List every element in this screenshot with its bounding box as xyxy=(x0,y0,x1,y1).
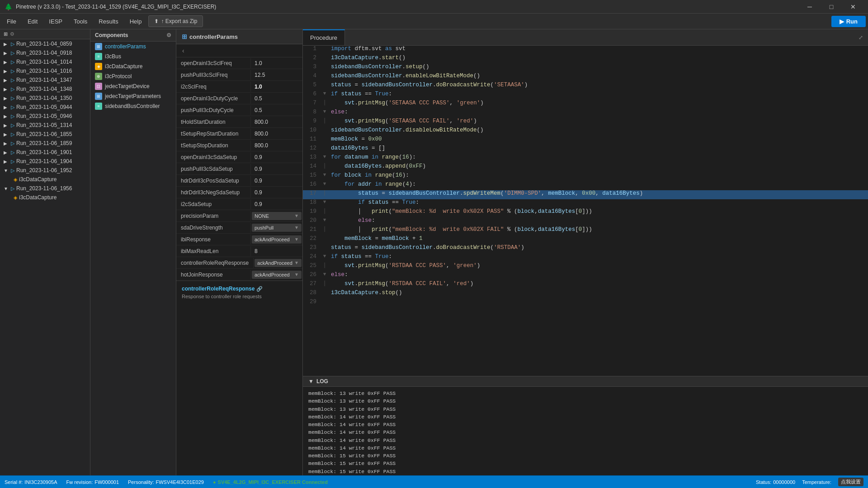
comp-label-i3cprotocol: i3cProtocol xyxy=(105,73,132,80)
line-fold-6[interactable]: ▼ xyxy=(320,91,329,100)
param-dropdown-precisionparam[interactable]: NONE ▼ xyxy=(252,212,302,220)
sidebar-item-run5[interactable]: ▶ ▷ Run_2023-11-04_1347 xyxy=(0,75,90,84)
param-value-pushpullsdasetup[interactable]: 0.9 xyxy=(251,164,302,174)
sidebar-item-run3[interactable]: ▶ ▷ Run_2023-11-04_1014 xyxy=(0,57,90,66)
sidebar-item-run1[interactable]: ▶ ▷ Run_2023-11-04_0859 xyxy=(0,39,90,48)
param-value-i2csdasetup[interactable]: 0.9 xyxy=(251,199,302,209)
param-value-tsetupstop[interactable]: 800.0 xyxy=(251,141,302,150)
line-fold-26[interactable]: ▼ xyxy=(320,272,329,281)
param-value-pushpullscl[interactable]: 12.5 xyxy=(251,70,302,80)
minimize-button[interactable]: ─ xyxy=(799,0,820,14)
menu-iesp[interactable]: IESP xyxy=(44,16,67,27)
param-value-hdrddrpossdasetup[interactable]: 0.9 xyxy=(251,176,302,186)
line-fold-18[interactable]: ▼ xyxy=(320,199,329,208)
param-value-i2cscl[interactable]: 1.0 xyxy=(251,82,302,92)
line-number-18: 18 xyxy=(303,199,320,208)
param-value-tsetuprepstart[interactable]: 800.0 xyxy=(251,129,302,139)
sidebar-item-run11[interactable]: ▶ ▷ Run_2023-11-06_1855 xyxy=(0,130,90,139)
menu-edit[interactable]: Edit xyxy=(23,16,42,27)
log-header[interactable]: ▼ LOG xyxy=(303,376,868,387)
sidebar-item-run16[interactable]: ▼ ▷ Run_2023-11-06_1956 xyxy=(0,184,90,193)
sidebar-item-run4[interactable]: ▶ ▷ Run_2023-11-04_1016 xyxy=(0,66,90,75)
code-line-8: 8▼else: xyxy=(303,109,868,118)
sidebar-item-run8[interactable]: ▶ ▷ Run_2023-11-05_0944 xyxy=(0,103,90,112)
right-hint[interactable]: 点我设置 xyxy=(838,478,863,486)
param-value-pushpulldutycycle[interactable]: 0.5 xyxy=(251,105,302,115)
line-fold-9[interactable]: │ xyxy=(320,118,329,127)
line-number-27: 27 xyxy=(303,281,320,290)
param-label-i2cscl: i2cSclFreq xyxy=(176,82,251,92)
menu-file[interactable]: File xyxy=(2,16,21,27)
line-fold-19[interactable]: │ xyxy=(320,208,329,217)
comp-item-jedectargetdevice[interactable]: ⊡ jedecTargetDevice xyxy=(90,81,176,91)
line-number-10: 10 xyxy=(303,127,320,136)
comp-item-sidebandbuscontroller[interactable]: ≡ sidebandBusController xyxy=(90,101,176,111)
comp-item-jedectargetparams[interactable]: ⊞ jedecTargetParameters xyxy=(90,91,176,101)
log-title: LOG xyxy=(316,378,328,385)
param-value-opendrainisdasetup[interactable]: 0.9 xyxy=(251,152,302,162)
sidebar-item-capture1[interactable]: ◈ i3cDataCapture xyxy=(0,175,90,184)
param-row-tsetuprepstart: tSetupRepStartDuration 800.0 xyxy=(176,128,302,140)
sidebar-item-run12[interactable]: ▶ ▷ Run_2023-11-06_1859 xyxy=(0,139,90,148)
sidebar-item-run15[interactable]: ▼ ▷ Run_2023-11-06_1952 xyxy=(0,166,90,175)
param-value-hdrddrsdasetup[interactable]: 0.9 xyxy=(251,188,302,197)
sidebar-item-run9[interactable]: ▶ ▷ Run_2023-11-05_0946 xyxy=(0,112,90,121)
components-gear-icon[interactable]: ⚙ xyxy=(166,32,171,38)
line-content-22: memBlock = memBlock + 1 xyxy=(329,235,868,244)
line-fold-16[interactable]: ▼ xyxy=(320,181,329,190)
log-line: memBlock: 14 write 0xFF PASS xyxy=(308,413,863,421)
comp-icon-bus: ≡ xyxy=(95,53,102,60)
run-icon-10: ▷ xyxy=(11,122,14,128)
tab-procedure[interactable]: Procedure xyxy=(303,29,345,45)
param-value-ibimaxreadlen[interactable]: 8 xyxy=(251,246,302,256)
line-fold-13[interactable]: ▼ xyxy=(320,154,329,163)
run-button[interactable]: ▶ Run xyxy=(831,16,866,27)
expand-button[interactable]: ⤢ xyxy=(857,33,864,42)
line-fold-17[interactable]: │ xyxy=(320,190,329,199)
param-dropdown-hotjoinresponse[interactable]: ackAndProceed ▼ xyxy=(252,271,302,279)
line-number-29: 29 xyxy=(303,299,320,308)
param-label-opendrainisdasetup: openDrainI3cSdaSetup xyxy=(176,152,251,162)
line-fold-7[interactable]: │ xyxy=(320,100,329,109)
temperature-label: Temperature: xyxy=(802,479,831,485)
param-dropdown-ibiresponse[interactable]: ackAndProceed ▼ xyxy=(252,235,302,244)
status-temperature: Temperature: xyxy=(802,479,831,485)
sidebar-item-run6[interactable]: ▶ ▷ Run_2023-11-04_1348 xyxy=(0,84,90,94)
menu-results[interactable]: Results xyxy=(94,16,123,27)
line-fold-20[interactable]: ▼ xyxy=(320,217,329,226)
comp-item-i3cdatacapture[interactable]: ◈ i3cDataCapture xyxy=(90,61,176,71)
export-zip-button[interactable]: ⬆ ↑ Export as Zip xyxy=(148,15,203,27)
line-fold-14[interactable]: │ xyxy=(320,163,329,172)
menu-help[interactable]: Help xyxy=(125,16,146,27)
comp-item-i3cprotocol[interactable]: ⊕ i3cProtocol xyxy=(90,71,176,81)
menu-tools[interactable]: Tools xyxy=(69,16,92,27)
close-button[interactable]: ✕ xyxy=(843,0,863,14)
param-value-opendrainscl[interactable]: 1.0 xyxy=(251,58,302,68)
line-fold-8[interactable]: ▼ xyxy=(320,109,329,118)
sidebar-header[interactable]: ⊞ ⚙ xyxy=(0,29,90,39)
param-value-tholdstart[interactable]: 800.0 xyxy=(251,117,302,127)
line-fold-15[interactable]: ▼ xyxy=(320,172,329,181)
sidebar-item-capture2[interactable]: ◈ i3cDataCapture xyxy=(0,193,90,202)
sidebar-item-run13[interactable]: ▶ ▷ Run_2023-11-06_1901 xyxy=(0,148,90,157)
line-fold-27[interactable]: │ xyxy=(320,281,329,290)
line-fold-25[interactable]: │ xyxy=(320,263,329,272)
sidebar-item-run14[interactable]: ▶ ▷ Run_2023-11-06_1904 xyxy=(0,157,90,166)
line-fold-21[interactable]: │ xyxy=(320,226,329,235)
comp-item-i3cbus[interactable]: ≡ i3cBus xyxy=(90,52,176,61)
line-content-11: memBlock = 0x00 xyxy=(329,136,868,145)
sidebar-item-run7[interactable]: ▶ ▷ Run_2023-11-04_1350 xyxy=(0,94,90,103)
params-back-button[interactable]: ‹ xyxy=(180,46,187,55)
param-dropdown-controllerrolereq[interactable]: ackAndProceed ▼ xyxy=(255,259,302,267)
maximize-button[interactable]: □ xyxy=(821,0,842,14)
code-line-2: 2i3cDataCapture.start() xyxy=(303,55,868,64)
sidebar-item-run10[interactable]: ▶ ▷ Run_2023-11-05_1314 xyxy=(0,121,90,130)
fw-label: Fw revision: xyxy=(66,479,93,485)
sidebar-item-run2[interactable]: ▶ ▷ Run_2023-11-04_0918 xyxy=(0,48,90,57)
line-fold-24[interactable]: ▼ xyxy=(320,253,329,263)
line-number-14: 14 xyxy=(303,163,320,172)
comp-item-controllerparams[interactable]: ⊞ controllerParams xyxy=(90,42,176,52)
code-area[interactable]: 1import dftm.svt as svt2i3cDataCapture.s… xyxy=(303,46,868,376)
param-dropdown-sdadrivestrength[interactable]: pushPull ▼ xyxy=(252,224,302,232)
param-value-opendraindutycycle[interactable]: 0.5 xyxy=(251,94,302,103)
